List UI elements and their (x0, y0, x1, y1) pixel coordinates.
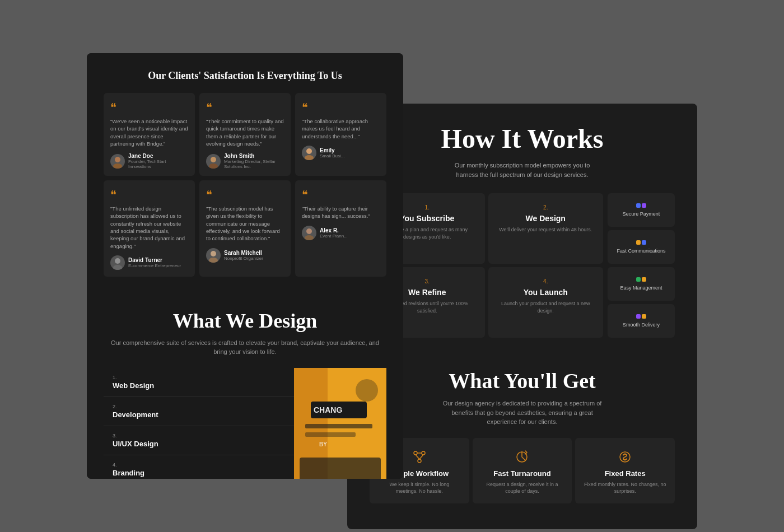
services-image-area: CHANG BY Choose a Plan (294, 368, 386, 479)
testimonials-section: Our Clients' Satisfaction Is Everything … (87, 53, 403, 292)
svg-line-25 (416, 455, 419, 459)
testimonial-author: Emily Small Busi... (302, 146, 380, 160)
service-number: 2. (113, 404, 285, 409)
avatar (206, 248, 221, 263)
svg-point-4 (306, 148, 312, 154)
list-item: 2. Development (104, 397, 294, 426)
author-title: Marketing Director, Stellar Solutions In… (224, 159, 284, 169)
author-info: John Smith Marketing Director, Stellar S… (224, 153, 284, 169)
testimonial-text: "Their ability to capture their designs … (302, 205, 380, 220)
testimonial-text: "We've seen a noticeable impact on our b… (110, 118, 188, 147)
svg-point-22 (422, 451, 425, 455)
author-title: Small Busi... (320, 153, 344, 158)
author-name: David Turner (128, 257, 181, 263)
service-name: Development (113, 410, 285, 419)
step-title: You Launch (497, 288, 595, 297)
testimonials-grid-row1: ❝ "We've seen a noticeable impact on our… (104, 93, 386, 176)
author-name: Sarah Mitchell (224, 250, 263, 256)
quote-icon: ❝ (206, 188, 284, 202)
what-youll-get-subtitle: Our design agency is dedicated to provid… (438, 399, 606, 427)
step-title: We Design (497, 214, 595, 223)
feature-label: Secure Payment (623, 211, 660, 217)
service-name: UI/UX Design (113, 440, 285, 448)
author-title: Nonprofit Organizer (224, 256, 263, 261)
svg-text:CHANG: CHANG (314, 405, 342, 414)
service-number: 3. (113, 433, 285, 438)
how-it-works-subtitle: Our monthly subscription model empowers … (444, 161, 601, 179)
svg-rect-20 (300, 458, 381, 479)
testimonial-card: ❝ "The unlimited design subscription has… (104, 180, 195, 277)
svg-point-0 (115, 157, 120, 162)
how-it-works-title: How It Works (370, 123, 675, 154)
svg-point-10 (306, 228, 312, 234)
turnaround-icon (481, 449, 564, 465)
benefit-title: Fast Turnaround (481, 469, 564, 478)
feature-badge: Secure Payment (608, 193, 675, 227)
benefit-title: Fixed Rates (584, 469, 666, 478)
service-name: Web Design (113, 381, 285, 390)
how-features: Secure Payment Fast Communications Easy … (608, 193, 675, 338)
list-item: 3. UI/UX Design (104, 426, 294, 455)
service-number: 4. (113, 462, 285, 468)
author-name: Alex R. (320, 227, 348, 234)
feature-icon (636, 240, 646, 245)
feature-badge: Easy Management (608, 267, 675, 301)
service-name: Branding (113, 469, 285, 477)
testimonials-title: Our Clients' Satisfaction Is Everything … (104, 70, 386, 82)
svg-text:BY: BY (319, 441, 327, 447)
avatar (206, 154, 221, 169)
svg-point-1 (113, 164, 122, 169)
testimonial-card: ❝ "Their ability to capture their design… (295, 180, 386, 277)
svg-point-23 (418, 459, 421, 463)
testimonial-card: ❝ "The subscription model has given us t… (199, 180, 291, 277)
quote-icon: ❝ (302, 101, 380, 114)
testimonial-card: ❝ "Their commitment to quality and quick… (199, 93, 291, 176)
services-list: 1. Web Design 2. Development 3. UI/UX De… (104, 368, 294, 479)
testimonial-card: ❝ "The collaborative approach makes us f… (295, 93, 386, 176)
step-card: 4. You Launch Launch your product and re… (488, 267, 604, 338)
steps-grid: 1. You Subscribe Choose a plan and reque… (370, 193, 603, 338)
how-grid-area: 1. You Subscribe Choose a plan and reque… (370, 193, 675, 338)
what-we-design-title: What We Design (104, 309, 386, 333)
author-info: Alex R. Event Plann... (320, 227, 348, 239)
svg-point-21 (414, 451, 417, 455)
benefits-grid: Simple Workflow We keep it simple. No lo… (370, 438, 675, 503)
testimonial-text: "Their commitment to quality and quick t… (206, 118, 284, 147)
avatar (110, 154, 125, 169)
svg-point-2 (211, 157, 216, 162)
quote-icon: ❝ (110, 101, 188, 114)
step-card: 2. We Design We'll deliver your request … (488, 193, 604, 264)
testimonial-text: "The subscription model has given us the… (206, 205, 284, 242)
step-number: 2. (497, 204, 595, 211)
svg-line-26 (419, 455, 423, 459)
testimonial-card: ❝ "We've seen a noticeable impact on our… (104, 93, 195, 176)
testimonial-text: "The unlimited design subscription has a… (110, 205, 188, 250)
author-info: David Turner E-commerce Entrepreneur (128, 257, 181, 268)
step-desc: Launch your product and request a new de… (497, 300, 595, 314)
svg-point-5 (305, 155, 314, 160)
testimonial-author: Sarah Mitchell Nonprofit Organizer (206, 248, 284, 263)
svg-point-3 (209, 164, 218, 169)
quote-icon: ❝ (206, 101, 284, 114)
feature-icon (636, 314, 646, 319)
what-we-design-section: What We Design Our comprehensive suite o… (87, 292, 403, 479)
testimonials-grid-row2: ❝ "The unlimited design subscription has… (104, 180, 386, 277)
service-number: 1. (113, 375, 285, 380)
step-desc: We'll deliver your request within 48 hou… (497, 226, 595, 234)
author-name: Jane Doe (128, 153, 188, 159)
feature-icon (636, 203, 646, 208)
benefit-desc: Request a design, receive it in a couple… (481, 481, 564, 495)
svg-point-17 (356, 379, 378, 402)
list-item: 1. Web Design (104, 368, 294, 397)
step-number: 4. (497, 278, 595, 284)
author-title: Founder, TechStart Innovations (128, 159, 188, 169)
feature-icon (636, 277, 646, 282)
what-youll-get-title: What You'll Get (370, 368, 675, 393)
author-title: E-commerce Entrepreneur (128, 263, 181, 268)
benefit-desc: Fixed monthly rates. No changes, no surp… (584, 481, 666, 495)
benefit-card: Fast Turnaround Request a design, receiv… (473, 438, 572, 503)
feature-badge: Smooth Delivery (608, 304, 675, 338)
services-area: 1. Web Design 2. Development 3. UI/UX De… (104, 368, 386, 479)
feature-label: Easy Management (620, 285, 662, 291)
quote-icon: ❝ (302, 188, 380, 202)
